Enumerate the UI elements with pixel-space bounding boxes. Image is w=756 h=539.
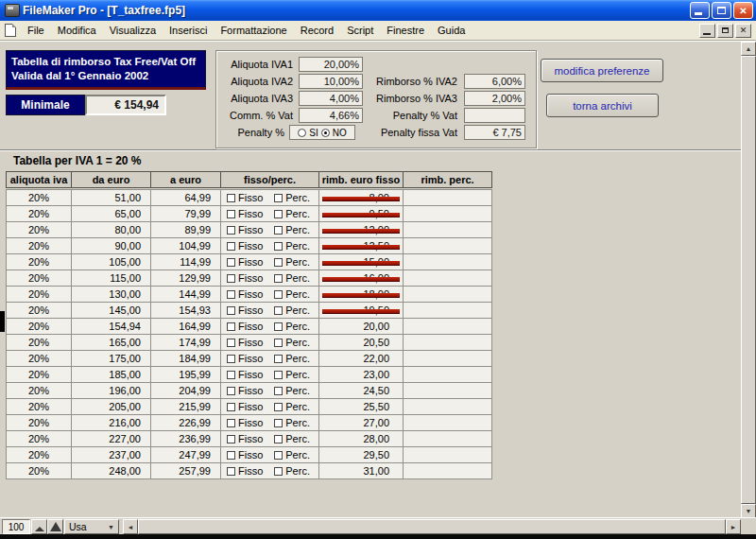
cell-rimb-euro-fisso[interactable]: 20,50 [318,334,404,351]
cell-a-euro[interactable]: 215,99 [150,398,221,415]
cell-a-euro[interactable]: 257,99 [150,462,221,479]
cell-da-euro[interactable]: 105,00 [71,253,151,270]
minimize-button[interactable] [690,2,710,19]
zoom-level[interactable]: 100 [2,519,30,534]
cell-rimb-euro-fisso[interactable]: 25,50 [318,398,404,415]
cell-a-euro[interactable]: 144,99 [150,286,221,303]
cell-da-euro[interactable]: 216,00 [71,414,151,431]
cell-da-euro[interactable]: 90,00 [71,237,151,254]
mdi-minimize-button[interactable] [699,24,715,38]
minimale-field[interactable]: € 154,94 [85,95,166,115]
cell-aliquota-iva[interactable]: 20% [6,318,72,335]
cell-rimb-perc[interactable] [403,318,492,335]
cell-da-euro[interactable]: 115,00 [71,270,151,287]
cell-rimb-perc[interactable] [403,446,492,463]
scroll-down-icon[interactable]: ▼ [741,504,756,518]
cell-da-euro[interactable]: 248,00 [71,462,151,479]
cell-rimb-euro-fisso[interactable]: 31,00 [318,462,404,479]
cell-rimb-euro-fisso[interactable]: 28,00 [318,430,404,447]
cell-rimb-perc[interactable] [403,462,492,479]
cell-rimb-euro-fisso[interactable]: 15,00 [318,253,404,270]
menu-script[interactable]: Script [340,22,380,39]
zoom-in-icon[interactable] [47,519,63,534]
perc-checkbox[interactable] [274,451,283,460]
fisso-checkbox[interactable] [227,371,235,379]
cell-a-euro[interactable]: 164,99 [150,318,221,335]
cell-rimb-perc[interactable] [403,334,492,351]
cell-da-euro[interactable]: 205,00 [71,398,151,415]
cell-a-euro[interactable]: 64,99 [150,189,221,206]
cell-da-euro[interactable]: 196,00 [71,382,151,399]
cell-rimb-perc[interactable] [403,350,492,367]
modifica-preferenze-button[interactable]: modifica preferenze [541,59,663,82]
cell-aliquota-iva[interactable]: 20% [6,221,72,238]
cell-a-euro[interactable]: 184,99 [150,350,221,367]
cell-rimb-euro-fisso[interactable]: 19,50 [318,302,404,319]
cell-a-euro[interactable]: 226,99 [150,414,221,431]
perc-checkbox[interactable] [274,226,283,235]
cell-rimb-perc[interactable] [403,221,492,238]
perc-checkbox[interactable] [274,274,283,283]
cell-da-euro[interactable]: 165,00 [71,334,151,351]
menu-file[interactable]: File [21,22,51,39]
fisso-checkbox[interactable] [227,194,235,202]
menu-formattazione[interactable]: Formattazione [214,22,293,39]
close-button[interactable]: ✕ [733,2,753,19]
cell-a-euro[interactable]: 79,99 [150,205,221,222]
cell-a-euro[interactable]: 154,93 [150,302,221,319]
fisso-checkbox[interactable] [227,210,235,218]
cell-rimb-euro-fisso[interactable]: 18,00 [318,286,404,303]
cell-a-euro[interactable]: 236,99 [150,430,221,447]
menu-visualizza[interactable]: Visualizza [103,22,163,39]
cell-aliquota-iva[interactable]: 20% [6,189,72,206]
perc-checkbox[interactable] [274,306,283,315]
fisso-checkbox[interactable] [227,419,235,427]
cell-da-euro[interactable]: 227,00 [71,430,151,447]
fisso-checkbox[interactable] [227,274,235,283]
perc-checkbox[interactable] [274,387,283,395]
penalty-no-radio[interactable] [321,129,330,137]
fisso-checkbox[interactable] [227,322,235,331]
fisso-checkbox[interactable] [227,451,235,460]
fisso-checkbox[interactable] [227,467,235,476]
cell-aliquota-iva[interactable]: 20% [6,366,72,383]
menu-inserisci[interactable]: Inserisci [163,22,214,39]
menu-guida[interactable]: Guida [431,22,472,39]
cell-a-euro[interactable]: 174,99 [150,334,221,351]
aliquota-iva2-field[interactable]: 10,00% [299,74,363,89]
perc-checkbox[interactable] [274,371,283,379]
cell-aliquota-iva[interactable]: 20% [6,237,72,254]
cell-rimb-perc[interactable] [403,237,492,254]
cell-a-euro[interactable]: 114,99 [150,253,221,270]
fisso-checkbox[interactable] [227,242,235,251]
perc-checkbox[interactable] [274,322,283,331]
cell-rimb-perc[interactable] [403,430,492,447]
fisso-checkbox[interactable] [227,306,235,315]
scroll-right-icon[interactable]: ► [726,519,741,534]
perc-checkbox[interactable] [274,242,283,251]
vertical-scroll-thumb[interactable] [741,56,756,504]
cell-aliquota-iva[interactable]: 20% [6,446,72,463]
cell-a-euro[interactable]: 247,99 [150,446,221,463]
mdi-close-button[interactable]: ✕ [735,24,751,38]
cell-aliquota-iva[interactable]: 20% [6,350,72,367]
perc-checkbox[interactable] [274,467,283,476]
cell-aliquota-iva[interactable]: 20% [6,286,72,303]
cell-rimb-perc[interactable] [403,302,492,319]
fisso-checkbox[interactable] [227,226,235,235]
cell-rimb-euro-fisso[interactable]: 24,50 [318,382,404,399]
cell-da-euro[interactable]: 154,94 [71,318,151,335]
perc-checkbox[interactable] [274,435,283,443]
cell-rimb-perc[interactable] [403,253,492,270]
scroll-left-icon[interactable]: ◄ [123,519,138,534]
cell-rimb-perc[interactable] [403,414,492,431]
fisso-checkbox[interactable] [227,355,235,363]
penalty-vat-field[interactable] [464,108,525,123]
cell-rimb-euro-fisso[interactable]: 22,00 [318,350,404,367]
cell-aliquota-iva[interactable]: 20% [6,398,72,415]
fisso-checkbox[interactable] [227,387,235,395]
scroll-up-icon[interactable]: ▲ [741,42,756,56]
torna-archivi-button[interactable]: torna archivi [546,94,659,117]
cell-rimb-euro-fisso[interactable]: 20,00 [318,318,404,335]
cell-aliquota-iva[interactable]: 20% [6,253,72,270]
